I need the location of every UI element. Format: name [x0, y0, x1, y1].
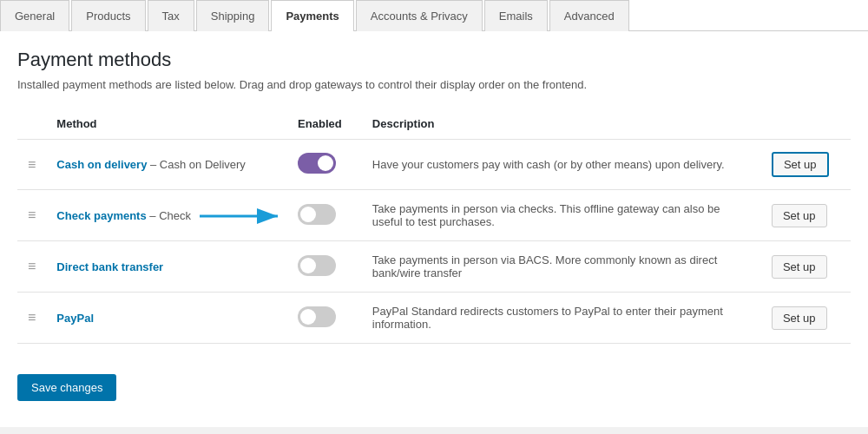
method-name-link[interactable]: PayPal	[56, 312, 94, 325]
method-cell: Check payments – Check	[46, 190, 287, 241]
toggle-slider	[298, 204, 336, 225]
setup-button[interactable]: Set up	[772, 152, 829, 177]
toggle-switch[interactable]	[298, 204, 336, 225]
toggle-cell	[287, 190, 362, 241]
subtitle: Installed payment methods are listed bel…	[17, 78, 851, 91]
method-name-link[interactable]: Check payments	[56, 209, 146, 222]
col-method: Method	[46, 108, 287, 140]
tab-advanced[interactable]: Advanced	[549, 0, 629, 31]
toggle-switch[interactable]	[298, 153, 336, 174]
tab-accounts--privacy[interactable]: Accounts & Privacy	[356, 0, 483, 31]
toggle-switch[interactable]	[298, 306, 336, 327]
tab-payments[interactable]: Payments	[271, 0, 353, 31]
setup-cell: Set up	[761, 140, 851, 190]
tab-emails[interactable]: Emails	[484, 0, 548, 31]
method-name-link[interactable]: Cash on delivery	[56, 158, 147, 171]
method-subtitle: – Cash on Delivery	[147, 158, 245, 171]
table-row: ≡Check payments – Check Take payments in…	[17, 190, 851, 241]
drag-handle[interactable]: ≡	[17, 140, 46, 190]
description-cell: Take payments in person via BACS. More c…	[362, 241, 761, 293]
setup-button[interactable]: Set up	[772, 204, 827, 227]
setup-button[interactable]: Set up	[772, 306, 827, 330]
table-header-row: Method Enabled Description	[17, 108, 851, 140]
toggle-slider	[298, 306, 336, 327]
toggle-slider	[298, 153, 336, 174]
col-description: Description	[362, 108, 761, 140]
method-subtitle: – Check	[147, 209, 191, 222]
tab-shipping[interactable]: Shipping	[196, 0, 270, 31]
method-cell: PayPal	[46, 293, 287, 344]
drag-handle[interactable]: ≡	[17, 293, 46, 344]
table-row: ≡Cash on delivery – Cash on Delivery Hav…	[17, 140, 851, 190]
save-changes-button[interactable]: Save changes	[17, 374, 116, 401]
table-row: ≡PayPal PayPal Standard redirects custom…	[17, 293, 851, 344]
drag-handle[interactable]: ≡	[17, 190, 46, 241]
description-cell: Have your customers pay with cash (or by…	[362, 140, 761, 190]
setup-cell: Set up	[761, 293, 851, 344]
tab-products[interactable]: Products	[71, 0, 145, 31]
method-name-link[interactable]: Direct bank transfer	[56, 260, 163, 273]
tabs-bar: GeneralProductsTaxShippingPaymentsAccoun…	[0, 0, 868, 31]
tab-general[interactable]: General	[0, 0, 69, 31]
page-title: Payment methods	[17, 49, 851, 71]
toggle-cell	[287, 140, 362, 190]
col-action	[761, 108, 851, 140]
description-cell: PayPal Standard redirects customers to P…	[362, 293, 761, 344]
setup-cell: Set up	[761, 190, 851, 241]
col-drag	[17, 108, 46, 140]
toggle-cell	[287, 293, 362, 344]
method-cell: Direct bank transfer	[46, 241, 287, 293]
col-enabled: Enabled	[287, 108, 362, 140]
drag-handle[interactable]: ≡	[17, 241, 46, 293]
method-cell: Cash on delivery – Cash on Delivery	[46, 140, 287, 190]
toggle-switch[interactable]	[298, 255, 336, 276]
setup-button[interactable]: Set up	[772, 255, 827, 279]
content-area: Payment methods Installed payment method…	[0, 31, 868, 427]
payment-table: Method Enabled Description ≡Cash on deli…	[17, 108, 851, 344]
toggle-slider	[298, 255, 336, 276]
description-cell: Take payments in person via checks. This…	[362, 190, 761, 241]
setup-cell: Set up	[761, 241, 851, 293]
table-row: ≡Direct bank transfer Take payments in p…	[17, 241, 851, 293]
tab-tax[interactable]: Tax	[148, 0, 194, 31]
toggle-cell	[287, 241, 362, 293]
